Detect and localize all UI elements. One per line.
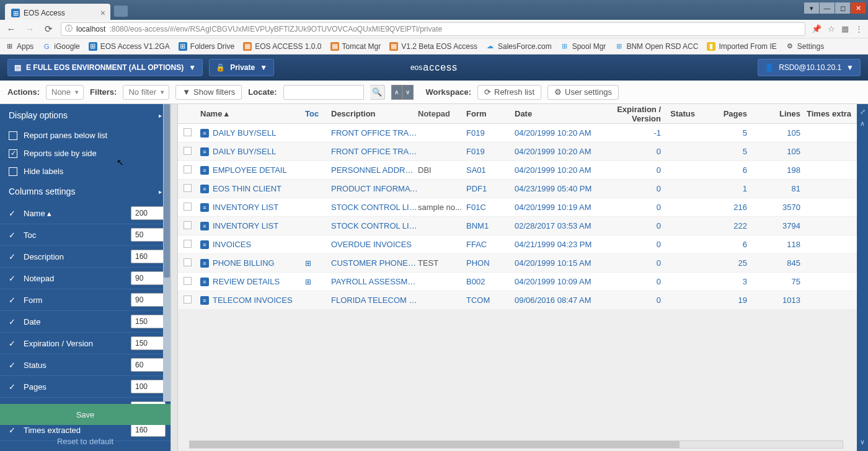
scroll-up-icon[interactable]: ∧ xyxy=(860,120,865,128)
actions-select[interactable]: None xyxy=(46,85,84,100)
column-width-input[interactable] xyxy=(131,358,166,372)
check-icon[interactable]: ✓ xyxy=(9,274,17,283)
extension-icon[interactable]: ▦ xyxy=(841,24,849,33)
new-tab-button[interactable] xyxy=(114,6,128,17)
window-close-icon[interactable]: ✕ xyxy=(851,2,866,14)
reload-icon[interactable]: ⟳ xyxy=(42,24,55,35)
scroll-down-icon[interactable]: ∨ xyxy=(860,438,865,446)
columns-settings-header[interactable]: Columns settings ▸ xyxy=(0,180,170,203)
row-checkbox[interactable] xyxy=(184,296,192,304)
expand-icon[interactable]: ⤢ xyxy=(860,108,866,116)
locate-prev-button[interactable]: ∧ xyxy=(391,85,402,100)
row-checkbox[interactable] xyxy=(184,221,192,229)
user-dropdown[interactable]: 👤 RSD0@10.10.20.1 ▼ xyxy=(758,59,861,76)
forward-icon[interactable]: → xyxy=(24,24,36,34)
check-icon[interactable]: ✓ xyxy=(9,209,17,218)
col-header-notepad[interactable]: Notepad xyxy=(418,109,466,118)
row-checkbox[interactable] xyxy=(184,165,192,173)
bookmark-eos-access-100[interactable]: ▦EOS ACCESS 1.0.0 xyxy=(243,42,321,51)
col-header-date[interactable]: Date xyxy=(515,109,595,118)
browser-tab[interactable]: ⊞ EOS Access × xyxy=(5,4,110,20)
display-options-header[interactable]: Display options ▸ xyxy=(0,104,170,126)
bookmark-salesforce[interactable]: ☁SalesForce.com xyxy=(486,42,552,51)
table-row[interactable]: ≡DAILY BUY/SELL FRONT OFFICE TRANS... F0… xyxy=(178,142,868,161)
table-row[interactable]: ≡INVOICES OVERDUE INVOICES FFAC 04/21/19… xyxy=(178,235,868,254)
bookmark-apps[interactable]: ⊞Apps xyxy=(5,42,33,51)
close-icon[interactable]: × xyxy=(100,8,105,18)
bookmark-igoogle[interactable]: GiGoogle xyxy=(42,42,79,51)
filters-select[interactable]: No filter xyxy=(123,85,169,100)
check-icon[interactable]: ✓ xyxy=(9,426,17,435)
table-row[interactable]: ≡DAILY BUY/SELL FRONT OFFICE TRANS... F0… xyxy=(178,124,868,142)
window-dropdown-icon[interactable]: ▾ xyxy=(804,2,819,14)
bookmark-folders-drive[interactable]: ⊞Folders Drive xyxy=(179,42,234,51)
row-checkbox[interactable] xyxy=(184,184,192,192)
search-button[interactable]: 🔍 xyxy=(370,85,385,100)
row-checkbox[interactable] xyxy=(184,128,192,136)
reset-button[interactable]: Reset to default xyxy=(0,437,170,446)
star-icon[interactable]: ☆ xyxy=(828,24,835,33)
display-option[interactable]: ✓Reports side by side xyxy=(0,144,170,162)
info-icon[interactable]: ⓘ xyxy=(65,24,73,34)
column-width-input[interactable] xyxy=(131,250,166,263)
row-checkbox[interactable] xyxy=(184,147,192,155)
row-checkbox[interactable] xyxy=(184,203,192,211)
privacy-dropdown[interactable]: 🔒 Private ▼ xyxy=(209,59,274,76)
col-header-form[interactable]: Form xyxy=(466,109,515,118)
bookmark-settings[interactable]: ⚙Settings xyxy=(786,42,824,51)
maximize-icon[interactable]: ◻ xyxy=(835,2,850,14)
bookmark-tomcat[interactable]: ▦Tomcat Mgr xyxy=(330,42,381,51)
bookmark-bnm[interactable]: ⊞BNM Open RSD ACC xyxy=(614,42,698,51)
table-row[interactable]: ≡INVENTORY LIST STOCK CONTROL LIST... sa… xyxy=(178,198,868,217)
row-checkbox[interactable] xyxy=(184,240,192,248)
column-width-input[interactable] xyxy=(131,271,166,285)
check-icon[interactable]: ✓ xyxy=(9,296,17,305)
table-row[interactable]: ≡REVIEW DETAILS ⊞ PAYROLL ASSESSMEN... B… xyxy=(178,273,868,291)
menu-icon[interactable]: ⋮ xyxy=(855,24,863,33)
bookmark-v12beta[interactable]: ▦V1.2 Beta EOS Access xyxy=(389,42,477,51)
col-header-times[interactable]: Times extra xyxy=(807,109,856,118)
col-header-description[interactable]: Description xyxy=(331,109,418,118)
back-icon[interactable]: ← xyxy=(5,24,17,34)
bookmark-spoolmgr[interactable]: ⊞Spool Mgr xyxy=(560,42,606,51)
table-row[interactable]: ≡TELECOM INVOICES FLORIDA TELECOM C... T… xyxy=(178,291,868,310)
col-header-expiration[interactable]: Expiration / Version xyxy=(595,105,667,123)
check-icon[interactable]: ✓ xyxy=(9,339,17,348)
check-icon[interactable]: ✓ xyxy=(9,317,17,326)
scrollbar-thumb[interactable] xyxy=(190,441,680,448)
horizontal-scrollbar[interactable] xyxy=(189,440,843,449)
pin-icon[interactable]: 📌 xyxy=(812,24,822,33)
scrollbar-thumb[interactable] xyxy=(164,104,170,278)
column-width-input[interactable] xyxy=(131,293,166,307)
check-icon[interactable]: ✓ xyxy=(9,230,17,240)
table-row[interactable]: ≡PHONE BILLING ⊞ CUSTOMER PHONE B... TES… xyxy=(178,254,868,273)
column-width-input[interactable] xyxy=(131,380,166,393)
locate-input[interactable] xyxy=(283,85,364,100)
column-width-input[interactable] xyxy=(131,315,166,328)
url-input[interactable]: ⓘ localhost:8080/eos-access/#/env/RSAgIC… xyxy=(61,22,805,36)
bookmark-eos-access[interactable]: ⊞EOS Access V1.2GA xyxy=(89,42,170,51)
column-width-input[interactable] xyxy=(131,228,166,242)
row-checkbox[interactable] xyxy=(184,258,192,266)
display-option[interactable]: Report panes below list xyxy=(0,126,170,144)
save-button[interactable]: Save xyxy=(0,404,170,425)
user-settings-button[interactable]: ⚙User settings xyxy=(547,85,619,100)
table-row[interactable]: ≡EMPLOYEE DETAIL PERSONNEL ADDRES... DBI… xyxy=(178,161,868,180)
check-icon[interactable]: ✓ xyxy=(9,252,17,261)
col-header-name[interactable]: Name ▴ xyxy=(197,109,305,118)
environment-dropdown[interactable]: ▤ E FULL EOS ENVIRONMENT (ALL OPTIONS) ▼ xyxy=(7,59,203,76)
show-filters-button[interactable]: ▼Show filters xyxy=(175,85,242,100)
check-icon[interactable]: ✓ xyxy=(9,382,17,392)
col-header-lines[interactable]: Lines xyxy=(753,109,807,118)
check-icon[interactable]: ✓ xyxy=(9,361,17,370)
refresh-button[interactable]: ⟳Refresh list xyxy=(477,85,541,100)
splitter[interactable] xyxy=(170,104,178,451)
row-checkbox[interactable] xyxy=(184,277,192,285)
col-header-pages[interactable]: Pages xyxy=(700,109,753,118)
sidebar-scrollbar[interactable] xyxy=(163,104,170,401)
display-option[interactable]: Hide labels xyxy=(0,162,170,180)
table-row[interactable]: ≡INVENTORY LIST STOCK CONTROL LIST... BN… xyxy=(178,217,868,235)
minimize-icon[interactable]: — xyxy=(820,2,835,14)
bookmark-imported[interactable]: ▮Imported From IE xyxy=(707,42,776,51)
col-header-toc[interactable]: Toc xyxy=(305,109,331,118)
